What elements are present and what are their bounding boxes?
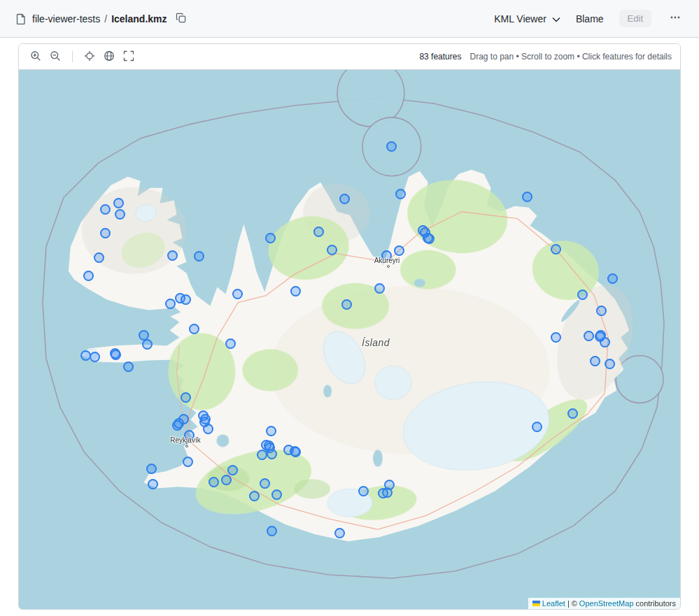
crosshair-icon: [84, 50, 95, 64]
map-marker[interactable]: [100, 228, 111, 238]
map-marker[interactable]: [227, 465, 238, 475]
map-marker[interactable]: [339, 194, 350, 204]
map-marker[interactable]: [386, 141, 397, 152]
map-marker[interactable]: [221, 475, 232, 485]
map-marker[interactable]: [83, 271, 94, 281]
viewer-select[interactable]: KML Viewer: [494, 13, 560, 24]
breadcrumb-repo[interactable]: file-viewer-tests: [32, 13, 100, 24]
map-marker[interactable]: [167, 250, 178, 261]
copy-path-button[interactable]: [173, 10, 189, 28]
map-marker[interactable]: [265, 233, 276, 243]
file-header: file-viewer-tests / Iceland.kmz KML View…: [0, 0, 699, 38]
map-marker[interactable]: [200, 414, 211, 424]
map-marker[interactable]: [605, 359, 615, 369]
map-marker[interactable]: [271, 489, 282, 500]
edit-button: Edit: [619, 10, 651, 27]
map-canvas[interactable]: AkureyriÍslandReykjavík Leaflet | © Open…: [19, 70, 680, 609]
copy-icon: [176, 13, 186, 25]
map-marker[interactable]: [584, 331, 594, 341]
map-marker[interactable]: [374, 283, 385, 294]
map-marker[interactable]: [189, 324, 199, 334]
zoom-in-button[interactable]: [27, 48, 44, 66]
viewer-select-label: KML Viewer: [494, 13, 546, 24]
fullscreen-icon: [123, 50, 134, 64]
map-marker[interactable]: [551, 332, 561, 343]
markers-layer: [19, 70, 680, 609]
fullscreen-button[interactable]: [120, 48, 137, 66]
map-marker[interactable]: [184, 430, 195, 440]
map-marker[interactable]: [142, 339, 153, 350]
map-marker[interactable]: [522, 192, 532, 202]
map-marker[interactable]: [209, 477, 219, 487]
leaflet-link[interactable]: Leaflet: [542, 599, 565, 608]
map-marker[interactable]: [334, 528, 345, 538]
map-marker[interactable]: [567, 408, 578, 419]
osm-link[interactable]: OpenStreetMap: [579, 599, 634, 608]
map-marker[interactable]: [264, 440, 274, 451]
map-marker[interactable]: [181, 392, 191, 403]
map-marker[interactable]: [123, 361, 134, 372]
map-marker[interactable]: [595, 331, 605, 342]
map-marker[interactable]: [327, 245, 337, 255]
attribution-copyright: ©: [572, 599, 577, 608]
header-actions: KML Viewer Blame Edit: [494, 9, 684, 28]
map-marker[interactable]: [146, 464, 157, 474]
map-marker[interactable]: [90, 352, 100, 362]
map-marker[interactable]: [111, 350, 121, 360]
map-marker[interactable]: [266, 426, 276, 436]
map-marker[interactable]: [267, 526, 277, 536]
map-marker[interactable]: [257, 450, 267, 460]
map-marker[interactable]: [590, 356, 600, 366]
map-marker[interactable]: [115, 209, 125, 220]
zoom-out-button[interactable]: [47, 48, 64, 66]
zoom-out-icon: [50, 50, 61, 64]
map-marker[interactable]: [290, 286, 301, 296]
map-marker[interactable]: [382, 487, 393, 498]
map-marker[interactable]: [225, 338, 236, 349]
map-marker[interactable]: [532, 422, 542, 432]
map-marker[interactable]: [181, 294, 191, 305]
map-marker[interactable]: [94, 252, 104, 263]
toolbar-status: 83 features Drag to pan • Scroll to zoom…: [419, 52, 672, 62]
kml-viewer-panel: 83 features Drag to pan • Scroll to zoom…: [18, 43, 681, 610]
globe-icon: [104, 50, 115, 64]
breadcrumb-filename: Iceland.kmz: [111, 13, 167, 24]
map-marker[interactable]: [394, 245, 404, 256]
chevron-down-icon: [552, 13, 560, 24]
map-marker[interactable]: [551, 244, 561, 255]
map-marker[interactable]: [249, 491, 260, 501]
map-marker[interactable]: [100, 204, 111, 215]
recenter-button[interactable]: [81, 48, 98, 66]
breadcrumb-separator: /: [104, 13, 107, 24]
map-marker[interactable]: [165, 299, 176, 309]
file-icon: [15, 13, 27, 24]
map-marker[interactable]: [341, 299, 352, 310]
map-marker[interactable]: [203, 424, 213, 434]
map-marker[interactable]: [381, 250, 392, 261]
map-marker[interactable]: [358, 486, 369, 496]
blame-button[interactable]: Blame: [576, 13, 604, 24]
map-marker[interactable]: [596, 306, 607, 316]
map-marker[interactable]: [113, 198, 124, 208]
map-marker[interactable]: [577, 289, 588, 300]
ukraine-flag-icon: [532, 601, 540, 606]
more-options-button[interactable]: [667, 9, 684, 28]
map-marker[interactable]: [290, 446, 300, 457]
map-marker[interactable]: [194, 251, 204, 262]
map-marker[interactable]: [607, 273, 618, 284]
map-marker[interactable]: [395, 189, 406, 199]
toolbar-divider: [72, 51, 73, 62]
map-attribution: Leaflet | © OpenStreetMap contributors: [528, 598, 680, 609]
globe-button[interactable]: [101, 48, 118, 66]
features-count: 83 features: [419, 52, 461, 62]
map-marker[interactable]: [183, 457, 193, 467]
map-marker[interactable]: [260, 478, 270, 489]
breadcrumb: file-viewer-tests / Iceland.kmz: [32, 13, 167, 24]
map-marker[interactable]: [420, 227, 430, 238]
map-marker[interactable]: [313, 227, 324, 237]
map-marker[interactable]: [174, 418, 184, 429]
map-marker[interactable]: [232, 289, 243, 299]
map-marker[interactable]: [148, 479, 158, 489]
attribution-divider: |: [567, 599, 570, 608]
kebab-icon: [670, 12, 681, 25]
